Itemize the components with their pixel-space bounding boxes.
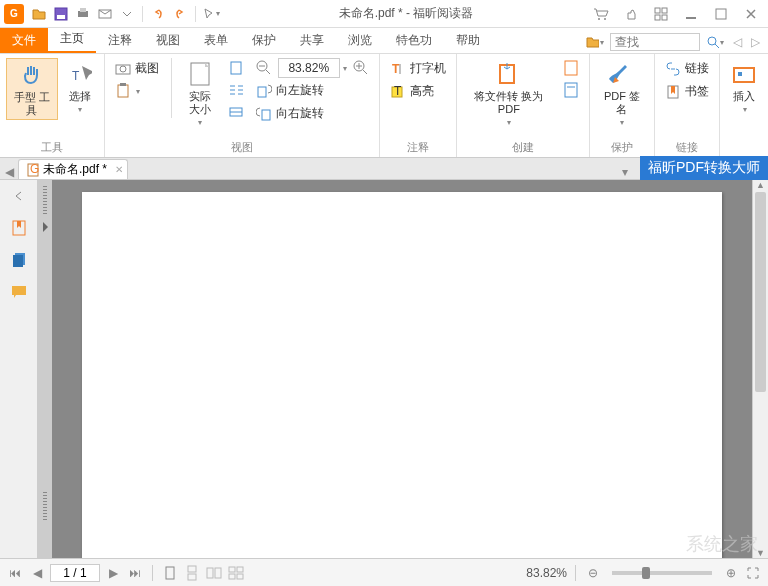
blank-pdf-button[interactable] bbox=[559, 58, 583, 78]
bookmarks-panel-icon[interactable] bbox=[9, 218, 29, 238]
zoom-in-status-icon[interactable]: ⊕ bbox=[722, 564, 740, 582]
cart-icon[interactable] bbox=[592, 5, 610, 23]
promo-banner[interactable]: 福昕PDF转换大师 bbox=[640, 156, 768, 180]
comments-panel-icon[interactable] bbox=[9, 282, 29, 302]
facing-icon[interactable] bbox=[205, 564, 223, 582]
svg-rect-1 bbox=[57, 15, 65, 19]
panel-splitter[interactable] bbox=[38, 180, 52, 558]
continuous-icon[interactable] bbox=[183, 564, 201, 582]
convert-button[interactable]: 将文件转 换为PDF ▾ bbox=[463, 58, 555, 129]
fit-page-icon bbox=[228, 60, 244, 76]
tab-file[interactable]: 文件 bbox=[0, 28, 48, 53]
zoom-value[interactable]: 83.82% bbox=[278, 58, 340, 78]
highlight-button[interactable]: T高亮 bbox=[386, 81, 450, 102]
tab-dropdown[interactable]: ▾ bbox=[622, 165, 628, 179]
rotate-right-label: 向右旋转 bbox=[276, 105, 324, 122]
tab-browse[interactable]: 浏览 bbox=[336, 28, 384, 53]
from-clipboard-button[interactable] bbox=[559, 80, 583, 100]
qat-dropdown-icon[interactable] bbox=[118, 5, 136, 23]
tab-share[interactable]: 共享 bbox=[288, 28, 336, 53]
rotate-right-button[interactable]: 向右旋转 bbox=[252, 103, 373, 124]
page-number-input[interactable] bbox=[50, 564, 100, 582]
svg-line-25 bbox=[266, 70, 270, 74]
zoom-out-button[interactable] bbox=[252, 58, 276, 78]
print-icon[interactable] bbox=[74, 5, 92, 23]
tab-close-icon[interactable]: ✕ bbox=[115, 164, 123, 175]
ribbon: 手型 工具 T 选择 ▾ 工具 截图 ▾ 实际 大小 ▾ bbox=[0, 54, 768, 158]
svg-rect-57 bbox=[237, 574, 243, 579]
zoom-dropdown[interactable]: ▾ bbox=[343, 64, 347, 73]
fit-actual-button[interactable]: 实际 大小 ▾ bbox=[179, 58, 219, 129]
tab-view[interactable]: 视图 bbox=[144, 28, 192, 53]
status-bar: ⏮ ◀ ▶ ⏭ 83.82% ⊖ ⊕ bbox=[0, 558, 768, 586]
single-page-icon[interactable] bbox=[161, 564, 179, 582]
redo-icon[interactable] bbox=[171, 5, 189, 23]
bookmark-button[interactable]: 书签 bbox=[661, 81, 713, 102]
scrollbar-thumb[interactable] bbox=[755, 192, 766, 392]
email-icon[interactable] bbox=[96, 5, 114, 23]
rotate-left-label: 向左旋转 bbox=[276, 82, 324, 99]
last-page-icon[interactable]: ⏭ bbox=[126, 564, 144, 582]
link-button[interactable]: 链接 bbox=[661, 58, 713, 79]
pen-icon bbox=[608, 60, 636, 88]
reflow-button[interactable] bbox=[224, 80, 248, 100]
prev-page-icon[interactable]: ◀ bbox=[28, 564, 46, 582]
document-tab[interactable]: G 未命名.pdf * ✕ bbox=[18, 159, 128, 179]
prev-search-icon[interactable]: ◁ bbox=[730, 35, 744, 49]
search-input[interactable] bbox=[610, 33, 700, 51]
tab-help[interactable]: 帮助 bbox=[444, 28, 492, 53]
fullscreen-icon[interactable] bbox=[744, 564, 762, 582]
tab-home[interactable]: 主页 bbox=[48, 26, 96, 53]
pages-panel-icon[interactable] bbox=[9, 250, 29, 270]
grid-icon[interactable] bbox=[652, 5, 670, 23]
sign-button[interactable]: PDF 签名 ▾ bbox=[596, 58, 648, 129]
svg-rect-41 bbox=[734, 68, 754, 82]
snapshot-button[interactable]: 截图 bbox=[111, 58, 163, 79]
first-page-icon[interactable]: ⏮ bbox=[6, 564, 24, 582]
insert-button[interactable]: 插入 ▾ bbox=[726, 58, 762, 116]
pdf-page bbox=[82, 192, 722, 558]
side-panel bbox=[0, 180, 38, 558]
panel-collapse-icon[interactable] bbox=[9, 186, 29, 206]
svg-rect-49 bbox=[166, 567, 174, 579]
typewriter-button[interactable]: T打字机 bbox=[386, 58, 450, 79]
next-page-icon[interactable]: ▶ bbox=[104, 564, 122, 582]
fit-page-button[interactable] bbox=[224, 58, 248, 78]
zoom-out-status-icon[interactable]: ⊖ bbox=[584, 564, 602, 582]
vertical-scrollbar[interactable]: ▲ ▼ bbox=[752, 180, 768, 558]
page-viewport[interactable] bbox=[52, 180, 752, 558]
fit-label: 实际 大小 bbox=[183, 90, 215, 116]
continuous-facing-icon[interactable] bbox=[227, 564, 245, 582]
svg-rect-52 bbox=[207, 568, 213, 578]
clipboard-pdf-icon bbox=[563, 82, 579, 98]
zoom-out-icon bbox=[256, 60, 272, 76]
undo-icon[interactable] bbox=[149, 5, 167, 23]
svg-point-17 bbox=[120, 66, 126, 72]
page-icon bbox=[186, 60, 214, 88]
zoom-slider-handle[interactable] bbox=[642, 567, 650, 579]
cursor-icon[interactable]: ▾ bbox=[202, 5, 220, 23]
fit-width-button[interactable] bbox=[224, 102, 248, 122]
zoom-slider[interactable] bbox=[612, 571, 712, 575]
search-icon[interactable]: ▾ bbox=[706, 33, 724, 51]
zoom-in-button[interactable] bbox=[349, 58, 373, 78]
thumbs-icon[interactable] bbox=[622, 5, 640, 23]
tab-form[interactable]: 表单 bbox=[192, 28, 240, 53]
open-icon[interactable] bbox=[30, 5, 48, 23]
clipboard-button[interactable]: ▾ bbox=[111, 81, 163, 101]
close-icon[interactable] bbox=[742, 5, 760, 23]
maximize-icon[interactable] bbox=[712, 5, 730, 23]
rotate-left-button[interactable]: 向左旋转 bbox=[252, 80, 373, 101]
svg-rect-19 bbox=[120, 83, 126, 86]
tab-protect[interactable]: 保护 bbox=[240, 28, 288, 53]
svg-rect-21 bbox=[231, 62, 241, 74]
save-icon[interactable] bbox=[52, 5, 70, 23]
hand-tool-button[interactable]: 手型 工具 bbox=[6, 58, 58, 120]
folder-search-icon[interactable]: ▾ bbox=[586, 33, 604, 51]
tab-feature[interactable]: 特色功 bbox=[384, 28, 444, 53]
next-search-icon[interactable]: ▷ bbox=[748, 35, 762, 49]
tab-prev-icon[interactable]: ◀ bbox=[0, 165, 18, 179]
tab-comment[interactable]: 注释 bbox=[96, 28, 144, 53]
minimize-icon[interactable] bbox=[682, 5, 700, 23]
select-button[interactable]: T 选择 ▾ bbox=[62, 58, 98, 116]
